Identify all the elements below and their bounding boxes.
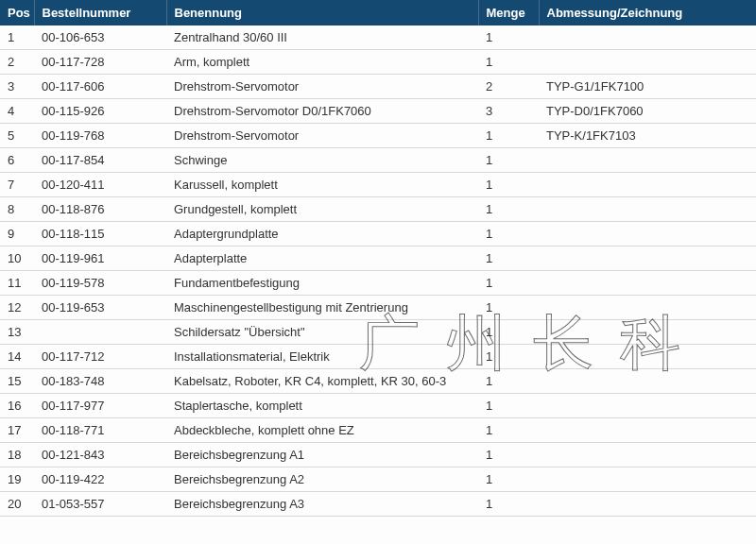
cell-abmessung — [539, 50, 756, 75]
cell-menge: 1 — [478, 468, 539, 492]
cell-benennung: Installationsmaterial, Elektrik — [166, 345, 478, 369]
cell-abmessung — [539, 468, 756, 492]
cell-benennung: Grundgestell, komplett — [166, 197, 478, 222]
cell-pos: 9 — [0, 222, 34, 246]
cell-benennung: Staplertasche, komplett — [166, 394, 478, 418]
cell-abmessung — [539, 345, 756, 369]
cell-pos: 19 — [0, 468, 34, 492]
cell-menge: 1 — [478, 124, 539, 148]
cell-benennung: Adapterplatte — [166, 246, 478, 271]
cell-bestellnummer: 00-120-411 — [34, 173, 166, 197]
cell-menge: 1 — [478, 222, 539, 246]
cell-benennung: Kabelsatz, Roboter, KR C4, komplett, KR … — [166, 369, 478, 394]
cell-benennung: Zentralhand 30/60 III — [166, 26, 478, 50]
table-row: 1400-117-712Installationsmaterial, Elekt… — [0, 345, 756, 369]
cell-abmessung — [539, 492, 756, 517]
cell-abmessung — [539, 418, 756, 443]
cell-abmessung — [539, 320, 756, 345]
cell-benennung: Maschinengestellbestigung mit Zentrierun… — [166, 296, 478, 320]
cell-bestellnummer: 00-118-115 — [34, 222, 166, 246]
cell-menge: 1 — [478, 50, 539, 75]
cell-benennung: Drehstrom-Servomotor — [166, 124, 478, 148]
cell-benennung: Schildersatz "Übersicht" — [166, 320, 478, 345]
cell-menge: 1 — [478, 271, 539, 296]
table-row: 900-118-115Adaptergrundplatte1 — [0, 222, 756, 246]
cell-pos: 6 — [0, 148, 34, 173]
cell-menge: 1 — [478, 492, 539, 517]
cell-abmessung — [539, 148, 756, 173]
cell-bestellnummer: 00-183-748 — [34, 369, 166, 394]
cell-pos: 16 — [0, 394, 34, 418]
cell-bestellnummer: 00-118-876 — [34, 197, 166, 222]
table-row: 700-120-411Karussell, komplett1 — [0, 173, 756, 197]
table-body: 100-106-653Zentralhand 30/60 III1200-117… — [0, 26, 756, 517]
cell-menge: 1 — [478, 443, 539, 468]
cell-pos: 12 — [0, 296, 34, 320]
cell-bestellnummer: 01-053-557 — [34, 492, 166, 517]
cell-abmessung — [539, 443, 756, 468]
cell-menge: 3 — [478, 99, 539, 124]
cell-bestellnummer: 00-119-653 — [34, 296, 166, 320]
cell-benennung: Bereichsbegrenzung A3 — [166, 492, 478, 517]
cell-bestellnummer: 00-117-606 — [34, 75, 166, 99]
cell-menge: 1 — [478, 173, 539, 197]
cell-abmessung: TYP-G1/1FK7100 — [539, 75, 756, 99]
cell-pos: 7 — [0, 173, 34, 197]
table-row: 1100-119-578Fundamentbefestigung1 — [0, 271, 756, 296]
table-row: 200-117-728Arm, komplett1 — [0, 50, 756, 75]
cell-bestellnummer: 00-118-771 — [34, 418, 166, 443]
col-header-bestellnummer: Bestellnummer — [34, 0, 166, 26]
cell-bestellnummer: 00-117-712 — [34, 345, 166, 369]
cell-abmessung — [539, 296, 756, 320]
cell-pos: 18 — [0, 443, 34, 468]
table-row: 1500-183-748Kabelsatz, Roboter, KR C4, k… — [0, 369, 756, 394]
cell-benennung: Fundamentbefestigung — [166, 271, 478, 296]
col-header-pos: Pos — [0, 0, 34, 26]
cell-pos: 20 — [0, 492, 34, 517]
table-row: 1800-121-843Bereichsbegrenzung A11 — [0, 443, 756, 468]
cell-abmessung: TYP-D0/1FK7060 — [539, 99, 756, 124]
cell-bestellnummer: 00-117-854 — [34, 148, 166, 173]
cell-menge: 1 — [478, 197, 539, 222]
cell-pos: 10 — [0, 246, 34, 271]
cell-pos: 2 — [0, 50, 34, 75]
parts-table: Pos Bestellnummer Benennung Menge Abmess… — [0, 0, 756, 517]
cell-bestellnummer: 00-106-653 — [34, 26, 166, 50]
cell-menge: 1 — [478, 148, 539, 173]
table-row: 1900-119-422Bereichsbegrenzung A21 — [0, 468, 756, 492]
table-row: 800-118-876Grundgestell, komplett1 — [0, 197, 756, 222]
cell-bestellnummer: 00-117-977 — [34, 394, 166, 418]
cell-pos: 1 — [0, 26, 34, 50]
table-row: 2001-053-557Bereichsbegrenzung A31 — [0, 492, 756, 517]
cell-pos: 13 — [0, 320, 34, 345]
table-row: 1200-119-653Maschinengestellbestigung mi… — [0, 296, 756, 320]
table-row: 13Schildersatz "Übersicht"1 — [0, 320, 756, 345]
cell-pos: 14 — [0, 345, 34, 369]
cell-benennung: Bereichsbegrenzung A2 — [166, 468, 478, 492]
cell-menge: 1 — [478, 345, 539, 369]
cell-pos: 5 — [0, 124, 34, 148]
table-row: 1000-119-961Adapterplatte1 — [0, 246, 756, 271]
cell-bestellnummer: 00-119-961 — [34, 246, 166, 271]
table-row: 1700-118-771Abdeckbleche, komplett ohne … — [0, 418, 756, 443]
cell-bestellnummer: 00-115-926 — [34, 99, 166, 124]
cell-pos: 4 — [0, 99, 34, 124]
table-row: 300-117-606Drehstrom-Servomotor2TYP-G1/1… — [0, 75, 756, 99]
col-header-benennung: Benennung — [166, 0, 478, 26]
cell-menge: 1 — [478, 246, 539, 271]
cell-pos: 11 — [0, 271, 34, 296]
cell-menge: 1 — [478, 394, 539, 418]
cell-menge: 1 — [478, 26, 539, 50]
cell-abmessung — [539, 222, 756, 246]
table-header-row: Pos Bestellnummer Benennung Menge Abmess… — [0, 0, 756, 26]
cell-abmessung — [539, 394, 756, 418]
cell-pos: 3 — [0, 75, 34, 99]
cell-bestellnummer: 00-119-422 — [34, 468, 166, 492]
cell-abmessung — [539, 369, 756, 394]
cell-abmessung — [539, 246, 756, 271]
table-row: 1600-117-977Staplertasche, komplett1 — [0, 394, 756, 418]
cell-menge: 2 — [478, 75, 539, 99]
cell-abmessung — [539, 26, 756, 50]
cell-bestellnummer — [34, 320, 166, 345]
cell-menge: 1 — [478, 418, 539, 443]
